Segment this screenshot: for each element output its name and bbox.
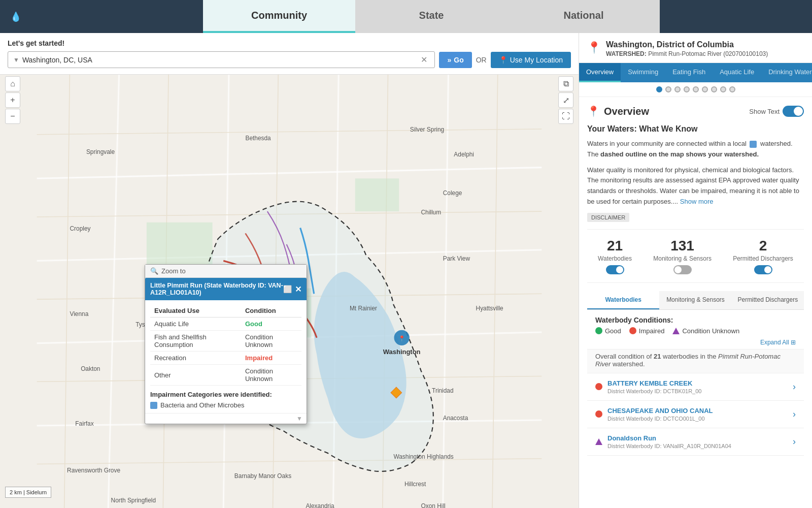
overview-content: 📍 Overview Show Text Your Waters: What W… [579,97,812,508]
legend-unknown-icon [672,328,680,334]
wb-chevron-icon: › [793,382,796,392]
overview-pin-icon: 📍 [587,105,600,117]
sub-tab-drinking-water[interactable]: Drinking Water [761,63,812,82]
use-location-button[interactable]: 📍 Use My Location [491,52,571,68]
waterbodies-label: Waterbodies [598,255,632,262]
search-input[interactable] [22,56,419,64]
svg-text:Silver Spring: Silver Spring [410,126,444,133]
dischargers-toggle[interactable] [733,265,793,274]
map-controls-right: ⧉ ⤢ ⛶ [558,76,573,124]
logo: 💧 [0,0,203,33]
popup-close-icon[interactable]: ✕ [295,284,301,294]
tab-national[interactable]: National [507,0,660,33]
sub-tab-eating-fish[interactable]: Eating Fish [665,63,713,82]
right-panel: 📍 Washington, District of Columbia WATER… [579,33,812,508]
sub-tab-swimming-label: Swimming [628,68,658,76]
location-icon: 📍 [499,56,507,64]
location-name: Washington, District of Columbia [606,40,804,49]
carousel-dot-3[interactable] [674,86,681,92]
watershed-value: Pimmit Run-Potomac River (020700100103) [648,50,768,57]
monitoring-toggle[interactable] [653,265,712,274]
fullscreen-button[interactable]: ⛶ [558,109,573,124]
wb-name: BATTERY KEMBLE CREEK [607,379,788,387]
data-tab-waterbodies-label: Waterbodies [605,296,641,303]
tab-community[interactable]: Community [203,0,355,33]
header: 💧 Community State National [0,0,812,33]
carousel-dot-7[interactable] [711,86,717,92]
location-pin-icon: 📍 [587,41,601,54]
list-item[interactable]: Donaldson Run District Waterbody ID: VAN… [587,428,804,456]
zoom-in-button[interactable]: + [5,92,20,108]
layers-icon: ⧉ [563,79,569,88]
tab-state[interactable]: State [355,0,507,33]
wb-name: CHESAPEAKE AND OHIO CANAL [607,407,788,415]
dischargers-label: Permitted Dischargers [733,255,793,262]
watershed-label: WATERSHED: [606,50,647,57]
layers-button[interactable]: ⧉ [558,76,573,91]
header-spacer [660,0,812,33]
sub-tab-overview[interactable]: Overview [579,63,621,82]
legend-unknown-label: Condition Unknown [682,327,739,335]
waterbodies-toggle-on[interactable] [606,265,624,274]
map-area: Let's get started! ▼ ✕ » Go OR 📍 Use My … [0,33,579,508]
svg-text:Cropley: Cropley [70,225,91,232]
disclaimer-button[interactable]: DISCLAIMER [587,213,629,222]
expand-map-button[interactable]: ⤢ [558,92,573,108]
minus-icon: − [10,112,15,121]
svg-text:Hillcrest: Hillcrest [404,481,426,488]
carousel-dot-6[interactable] [702,86,708,92]
home-button[interactable]: ⌂ [5,76,20,91]
go-button[interactable]: » Go [439,52,471,68]
svg-rect-20 [355,178,399,211]
dropdown-arrow-icon[interactable]: ▼ [13,56,19,64]
popup-expand-icon[interactable]: ⬜ [283,285,292,293]
svg-text:Ravensworth Grove: Ravensworth Grove [67,467,120,474]
show-text-toggle[interactable]: Show Text [749,106,804,117]
expand-all[interactable]: Expand All ⊞ [587,339,804,349]
popup-col-condition: Condition [241,304,301,318]
wb-condition-unknown-icon [595,438,602,445]
carousel-dot-2[interactable] [665,86,671,92]
overview-title: 📍 Overview [587,105,649,117]
sub-tab-swimming[interactable]: Swimming [621,63,665,82]
svg-text:Washington Highlands: Washington Highlands [393,453,453,460]
wb-id: District Waterbody ID: VANallR_A10R_D0N0… [607,443,788,449]
carousel-dot-9[interactable] [729,86,735,92]
data-tab-dischargers[interactable]: Permitted Dischargers [732,291,804,309]
waterbodies-toggle[interactable] [598,265,632,274]
svg-text:Springvale: Springvale [86,148,115,155]
data-tab-monitoring[interactable]: Monitoring & Sensors [659,291,731,309]
carousel-dot-4[interactable] [684,86,690,92]
impairment-label: Bacteria and Other Microbes [160,401,244,409]
legend-good-label: Good [605,327,621,335]
wb-condition-red-icon [595,383,602,390]
carousel-dot-1[interactable] [656,86,662,92]
sub-tab-aquatic-life[interactable]: Aquatic Life [713,63,761,82]
show-more-link[interactable]: Show more [680,198,714,205]
legend-impaired-label: Impaired [639,327,665,335]
zoom-out-button[interactable]: − [5,109,20,124]
carousel-dot-5[interactable] [693,86,699,92]
go-arrow-icon: » [447,56,451,64]
svg-text:North Springfield: North Springfield [111,497,156,504]
sub-tab-eating-fish-label: Eating Fish [672,68,705,76]
carousel-dot-8[interactable] [720,86,726,92]
show-text-switch[interactable] [783,106,804,117]
popup-table: Evaluated Use Condition Aquatic Life Goo… [150,304,301,386]
expand-icon: ⤢ [563,96,569,105]
search-clear-icon[interactable]: ✕ [419,55,429,65]
monitoring-toggle-off[interactable] [673,265,692,274]
sub-tab-drinking-water-label: Drinking Water [768,68,811,76]
list-item[interactable]: CHESAPEAKE AND OHIO CANAL District Water… [587,401,804,428]
svg-text:Mt Rainier: Mt Rainier [350,305,377,312]
popup-zoom-label[interactable]: Zoom to [161,267,186,275]
data-tab-waterbodies[interactable]: Waterbodies [587,291,659,309]
waterbody-list: BATTERY KEMBLE CREEK District Waterbody … [587,373,804,456]
list-item[interactable]: BATTERY KEMBLE CREEK District Waterbody … [587,373,804,401]
dischargers-toggle-on[interactable] [754,265,772,274]
impairment-item: Bacteria and Other Microbes [150,401,301,409]
scale-bar-unit: | Sidelurn [23,489,47,495]
table-cell-use: Other [150,365,241,386]
table-row: Other Condition Unknown [150,365,301,386]
map-container[interactable]: 📍 Washington Springvale Bethesda Silver … [0,69,579,508]
